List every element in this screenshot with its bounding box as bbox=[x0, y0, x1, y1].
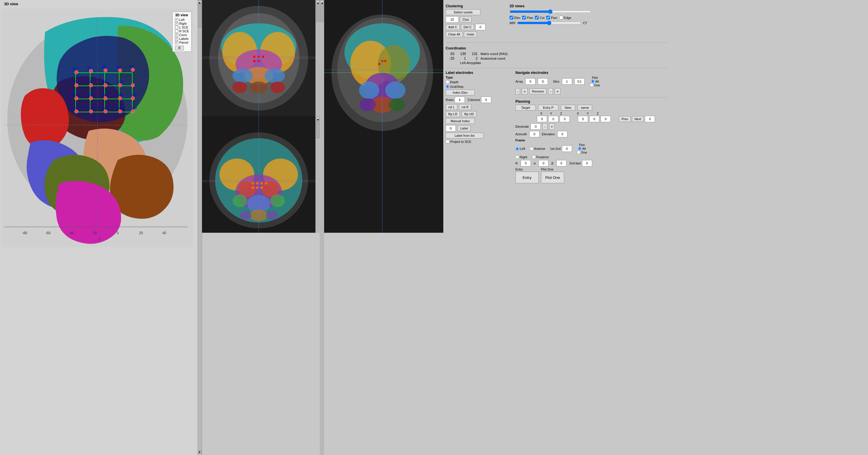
z-scroll-bar[interactable]: ▲ bbox=[315, 116, 320, 233]
scroll-thumb[interactable] bbox=[198, 4, 202, 28]
parc-checkbox[interactable] bbox=[546, 16, 550, 20]
n-input[interactable] bbox=[521, 160, 531, 166]
alpha-input[interactable] bbox=[538, 160, 549, 166]
select-voxels-btn[interactable]: Select voxels bbox=[446, 9, 480, 15]
edge-check-item[interactable]: Edge bbox=[559, 16, 571, 20]
plot-all-item[interactable]: All bbox=[591, 79, 599, 83]
azimuth-input[interactable] bbox=[529, 131, 539, 137]
elec-checkbox[interactable] bbox=[509, 16, 514, 20]
labels-checkbox[interactable] bbox=[175, 37, 178, 40]
z-scroll-thumb[interactable] bbox=[316, 121, 319, 138]
plot-one-radio[interactable] bbox=[590, 83, 594, 87]
target-btn[interactable]: Target bbox=[516, 105, 536, 111]
undo-btn[interactable]: Undo bbox=[464, 31, 477, 37]
y-plane-view[interactable]: Right <--- Y plane view ---> Left bbox=[202, 0, 315, 116]
plan-y-input[interactable] bbox=[548, 116, 558, 122]
plot-one-btn[interactable]: Plot One bbox=[541, 172, 564, 183]
grid-strip-radio-item[interactable]: Grid/Strip bbox=[446, 85, 509, 88]
g-input[interactable] bbox=[446, 125, 456, 132]
first-second-input[interactable] bbox=[562, 145, 572, 152]
mri-slider[interactable] bbox=[517, 21, 581, 25]
entry-value-btn[interactable]: Entry bbox=[516, 172, 539, 183]
legend-item-conn[interactable]: Conn bbox=[175, 33, 189, 37]
x-scroll-bar-left[interactable]: ▲ bbox=[320, 0, 324, 455]
second-last-input[interactable] bbox=[582, 160, 592, 166]
edge-checkbox[interactable] bbox=[559, 16, 563, 20]
frame-left-radio[interactable] bbox=[516, 147, 519, 151]
cluster-count-input[interactable] bbox=[446, 16, 459, 23]
label-btn[interactable]: Label bbox=[458, 125, 471, 131]
nav-g-input[interactable] bbox=[538, 78, 548, 85]
y-scroll-bar[interactable]: ▲ bbox=[315, 0, 320, 116]
col-check-item[interactable]: Col bbox=[535, 16, 545, 20]
frame-anterior-radio[interactable] bbox=[530, 147, 533, 151]
plot-all-radio[interactable] bbox=[591, 79, 595, 83]
array-minus-btn[interactable]: - bbox=[516, 88, 520, 94]
elec-plus-btn[interactable]: + bbox=[555, 88, 560, 94]
plan-one-item[interactable]: One bbox=[577, 150, 587, 154]
add-c-btn[interactable]: Add C bbox=[446, 24, 460, 30]
flip-ud-btn[interactable]: flip UD bbox=[462, 111, 476, 117]
elevation-input[interactable] bbox=[557, 131, 567, 137]
scroll-down-btn[interactable]: ▼ bbox=[198, 450, 202, 454]
next-btn[interactable]: Next bbox=[632, 116, 644, 122]
legend-item-lsce[interactable]: L SCE bbox=[175, 26, 189, 29]
anterior-radio-item[interactable]: Anterior bbox=[530, 147, 545, 151]
plan-check-item[interactable]: Plan bbox=[522, 16, 533, 20]
rot-r-btn[interactable]: rot R bbox=[459, 104, 471, 110]
plan-one-radio[interactable] bbox=[577, 150, 581, 154]
x-plane-view[interactable]: X plane view bbox=[324, 0, 443, 233]
columns-input[interactable] bbox=[481, 96, 491, 103]
conn-checkbox[interactable] bbox=[175, 33, 178, 37]
plan-all-item[interactable]: All bbox=[578, 147, 586, 150]
z-scroll-up[interactable]: ▲ bbox=[316, 117, 319, 120]
elec-name-input[interactable] bbox=[575, 78, 585, 85]
frame-right-radio[interactable] bbox=[516, 155, 519, 159]
grid-strip-radio[interactable] bbox=[446, 85, 450, 88]
rows-input[interactable] bbox=[455, 96, 465, 103]
plan-z2-input[interactable] bbox=[600, 116, 611, 122]
clear-all-btn[interactable]: Clear All bbox=[446, 31, 463, 37]
elec-check-item[interactable]: Elec bbox=[509, 16, 520, 20]
plan-z-input[interactable] bbox=[560, 116, 570, 122]
electrode-input[interactable] bbox=[530, 123, 541, 130]
3d-brain-canvas[interactable]: G1G2 G3G4 G5 G7G8 G9G10 G11G12 G13G14G15… bbox=[1, 9, 193, 247]
project-sce-checkbox[interactable] bbox=[446, 140, 450, 143]
x-scroll-thumb[interactable] bbox=[320, 4, 323, 22]
left-checkbox[interactable] bbox=[175, 18, 178, 22]
entry-p-btn[interactable]: Entry P bbox=[538, 105, 558, 111]
col-checkbox[interactable] bbox=[535, 16, 539, 20]
legend-item-parcel[interactable]: Parcel bbox=[175, 41, 189, 44]
beta-input[interactable] bbox=[556, 160, 566, 166]
posterior-radio-item[interactable]: Posterior bbox=[532, 155, 549, 159]
depth-radio-item[interactable]: Depth bbox=[446, 80, 509, 84]
2d-slider[interactable] bbox=[509, 9, 591, 14]
elec-num-input[interactable] bbox=[562, 78, 572, 85]
plan-y2-input[interactable] bbox=[589, 116, 599, 122]
y-scroll-thumb[interactable] bbox=[316, 4, 319, 22]
del-c-value[interactable] bbox=[475, 24, 486, 30]
name-btn[interactable]: name bbox=[578, 105, 592, 111]
remove-btn[interactable]: Remove bbox=[529, 88, 547, 94]
electrode-plus-btn[interactable]: + bbox=[549, 123, 555, 130]
y-scroll-up[interactable]: ▲ bbox=[316, 1, 319, 4]
array-input[interactable] bbox=[525, 78, 535, 85]
rsce-checkbox[interactable] bbox=[175, 30, 178, 33]
legend-item-rsce[interactable]: R SCE bbox=[175, 29, 189, 33]
new-btn[interactable]: New bbox=[561, 105, 575, 111]
plot-one-item[interactable]: One bbox=[590, 83, 600, 87]
x-scroll-up[interactable]: ▲ bbox=[320, 1, 323, 4]
plan-next-val[interactable] bbox=[645, 116, 655, 122]
clus-btn[interactable]: Clus bbox=[460, 17, 471, 22]
legend-item-left[interactable]: Left bbox=[175, 18, 189, 22]
legend-item-labels[interactable]: Labels bbox=[175, 37, 189, 40]
rot-l-btn[interactable]: rot L bbox=[446, 104, 457, 110]
3d-scroll-bar[interactable]: ▲ ▼ bbox=[198, 0, 202, 455]
plan-x2-input[interactable] bbox=[578, 116, 588, 122]
elec-minus-btn[interactable]: - bbox=[548, 88, 553, 94]
parc-check-item[interactable]: Parc bbox=[546, 16, 558, 20]
lsce-checkbox[interactable] bbox=[175, 26, 178, 29]
legend-item-right[interactable]: Right bbox=[175, 22, 189, 25]
array-plus-btn[interactable]: + bbox=[522, 88, 528, 94]
reset-button[interactable]: R bbox=[175, 46, 184, 50]
